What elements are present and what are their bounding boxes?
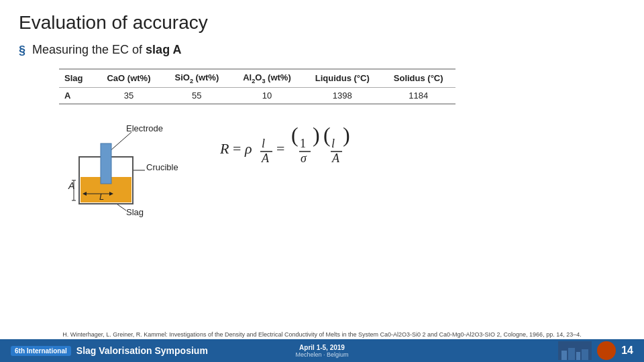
svg-text:1: 1 — [300, 137, 306, 150]
svg-text:l: l — [262, 137, 265, 150]
cell-cao: 35 — [95, 87, 162, 104]
formula-area: R = ρ l A = ( 1 σ ) ( l — [220, 123, 394, 177]
page-title: Evaluation of accuracy — [19, 12, 625, 34]
symposium-title: Slag Valorisation Symposium — [76, 345, 208, 356]
table-row: A 35 55 10 1398 1184 — [59, 87, 455, 104]
col-header-slag: Slag — [59, 69, 95, 87]
a-label: A — [68, 180, 74, 191]
svg-text:A: A — [261, 152, 270, 165]
col-header-solidus: Solidus (°C) — [382, 69, 455, 87]
bullet-text: Measuring the EC of slag A — [32, 43, 181, 57]
svg-rect-26 — [561, 351, 567, 360]
bullet-icon: § — [19, 44, 25, 58]
svg-text:σ: σ — [301, 152, 307, 165]
cell-sio2: 55 — [162, 87, 231, 104]
svg-text:(: ( — [291, 123, 299, 147]
svg-text:): ) — [343, 123, 350, 147]
svg-text:(: ( — [323, 123, 331, 147]
svg-rect-5 — [101, 143, 111, 184]
crucible-diagram: Electrode — [59, 117, 193, 224]
l-label: L — [99, 192, 104, 202]
diagram-area: Electrode — [59, 117, 625, 224]
event-date: April 1-5, 2019 — [299, 344, 345, 351]
svg-text:=: = — [276, 140, 284, 157]
page-number: 14 — [621, 345, 633, 357]
svg-text:): ) — [313, 123, 320, 147]
city-image — [558, 341, 592, 360]
col-header-sio2: SiO2 (wt%) — [162, 69, 231, 87]
bullet-section: § Measuring the EC of slag A — [19, 43, 625, 58]
slag-label: Slag — [126, 207, 144, 217]
symposium-badge: 6th International — [11, 346, 71, 356]
col-header-cao: CaO (wt%) — [95, 69, 162, 87]
col-header-liquidus: Liquidus (°C) — [303, 69, 382, 87]
bottom-bar-center: April 1-5, 2019 Mechelen · Belgium — [218, 344, 425, 358]
svg-rect-28 — [576, 352, 580, 360]
svg-rect-29 — [582, 349, 588, 360]
svg-rect-27 — [568, 348, 575, 360]
cell-al2o3: 10 — [231, 87, 303, 104]
svg-text:l: l — [331, 137, 335, 150]
svg-line-0 — [109, 132, 131, 152]
bottom-bar: 6th International Slag Valorisation Symp… — [0, 339, 644, 362]
bottom-bar-left: 6th International Slag Valorisation Symp… — [11, 345, 218, 356]
svg-text:R
           = 
          ρ: R = ρ — [220, 140, 252, 157]
crucible-label: Crucible — [146, 162, 178, 172]
bottom-bar-right: 14 — [426, 341, 633, 360]
data-table-container: Slag CaO (wt%) SiO2 (wt%) Al2O3 (wt%) Li… — [59, 68, 625, 105]
col-header-al2o3: Al2O3 (wt%) — [231, 69, 303, 87]
svg-text:A: A — [331, 152, 340, 165]
event-location: Mechelen · Belgium — [295, 351, 348, 358]
sun-image — [597, 341, 616, 360]
formula-svg: R = ρ l A = ( 1 σ ) ( l — [220, 123, 394, 177]
slag-table: Slag CaO (wt%) SiO2 (wt%) Al2O3 (wt%) Li… — [59, 68, 455, 105]
cell-solidus: 1184 — [382, 87, 455, 104]
cell-slag: A — [59, 87, 95, 104]
cell-liquidus: 1398 — [303, 87, 382, 104]
footer-citation: H. Winterhager, L. Greiner, R. Kammel: I… — [0, 331, 644, 338]
